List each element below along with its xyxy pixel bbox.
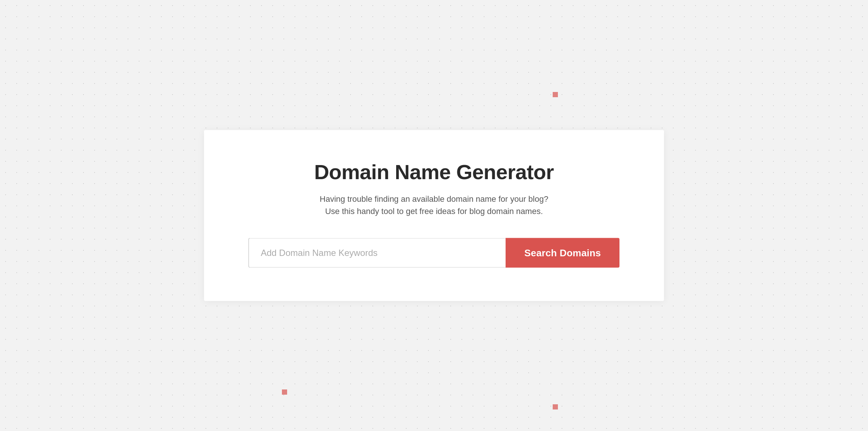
page-title: Domain Name Generator	[314, 160, 554, 184]
subtitle-line1: Having trouble finding an available doma…	[320, 194, 548, 204]
accent-square	[282, 389, 287, 395]
search-input[interactable]	[249, 238, 506, 268]
accent-square	[553, 92, 558, 97]
accent-square	[553, 404, 558, 409]
subtitle-line2: Use this handy tool to get free ideas fo…	[325, 207, 543, 216]
subtitle: Having trouble finding an available doma…	[320, 193, 548, 217]
search-row: Search Domains	[249, 238, 619, 268]
main-card: Domain Name Generator Having trouble fin…	[204, 130, 664, 301]
search-domains-button[interactable]: Search Domains	[506, 238, 619, 268]
